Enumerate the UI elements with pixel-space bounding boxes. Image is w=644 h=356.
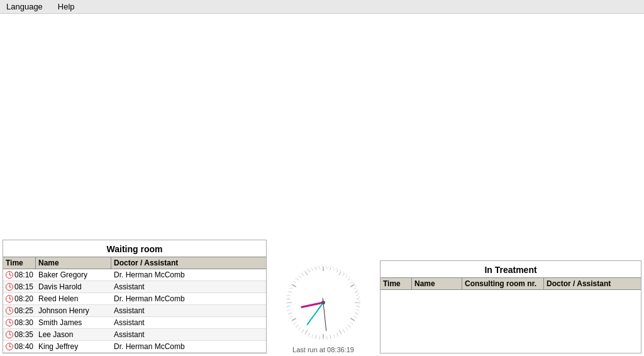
cell-time: 08:30 bbox=[3, 317, 36, 328]
cell-doc: Assistant bbox=[111, 281, 266, 292]
svg-line-25 bbox=[343, 330, 344, 331]
col-header-name: Name bbox=[36, 257, 111, 269]
clock-icon bbox=[6, 283, 13, 291]
clock-area: Last run at 08:36:19 bbox=[273, 262, 374, 356]
cell-name: Johnson Henry bbox=[36, 305, 111, 316]
table-row[interactable]: 08:25 Johnson Henry Assistant bbox=[3, 305, 266, 317]
table-row[interactable]: 08:10 Baker Gregory Dr. Herman McComb bbox=[3, 269, 266, 281]
svg-line-44 bbox=[288, 309, 291, 310]
svg-line-21 bbox=[350, 318, 354, 321]
svg-line-38 bbox=[299, 327, 301, 329]
cell-time: 08:25 bbox=[3, 305, 36, 316]
table-row[interactable]: 08:20 Reed Helen Dr. Herman McComb bbox=[3, 293, 266, 305]
svg-line-35 bbox=[309, 333, 310, 335]
cell-name: Davis Harold bbox=[36, 281, 111, 292]
svg-line-55 bbox=[302, 274, 303, 275]
cell-name: Smith James bbox=[36, 317, 111, 328]
svg-line-10 bbox=[350, 281, 352, 282]
cell-name: Lee Jason bbox=[36, 329, 111, 340]
svg-point-64 bbox=[321, 301, 325, 304]
svg-line-34 bbox=[312, 334, 313, 337]
clock-icon bbox=[6, 343, 13, 350]
svg-line-49 bbox=[289, 291, 292, 292]
clock-icon bbox=[6, 331, 13, 338]
cell-doc: Dr. Herman McComb bbox=[111, 269, 266, 281]
svg-line-39 bbox=[297, 325, 299, 326]
svg-line-26 bbox=[339, 330, 341, 333]
bottom-panels: Waiting room Time Name Doctor / Assistan… bbox=[0, 240, 644, 356]
svg-line-18 bbox=[356, 309, 358, 310]
svg-line-42 bbox=[291, 316, 293, 318]
waiting-room-title: Waiting room bbox=[3, 240, 266, 257]
svg-line-37 bbox=[302, 330, 303, 331]
col-header-time: Time bbox=[3, 257, 36, 269]
cell-doc: Dr. Herman McComb bbox=[111, 293, 266, 304]
treat-col-header-room: Consulting room nr. bbox=[462, 278, 544, 289]
svg-line-41 bbox=[292, 318, 296, 321]
svg-line-3 bbox=[330, 267, 331, 270]
svg-line-43 bbox=[289, 313, 292, 313]
svg-line-7 bbox=[343, 274, 344, 275]
in-treatment-body bbox=[380, 290, 641, 353]
svg-line-23 bbox=[348, 325, 350, 326]
svg-line-6 bbox=[339, 272, 341, 275]
time-value: 08:20 bbox=[14, 294, 33, 303]
treat-col-header-name: Name bbox=[412, 278, 462, 289]
svg-line-24 bbox=[345, 327, 347, 329]
svg-line-19 bbox=[355, 313, 357, 313]
cell-doc: Assistant bbox=[111, 305, 266, 316]
svg-line-51 bbox=[292, 285, 296, 287]
time-value: 08:15 bbox=[14, 282, 33, 291]
svg-line-54 bbox=[299, 276, 301, 278]
cell-name: King Jeffrey bbox=[36, 341, 111, 352]
cell-name: Reed Helen bbox=[36, 293, 111, 304]
in-treatment-panel: In Treatment Time Name Consulting room n… bbox=[380, 260, 641, 353]
svg-line-9 bbox=[348, 279, 350, 281]
treat-col-header-time: Time bbox=[380, 278, 412, 289]
svg-line-8 bbox=[345, 276, 347, 278]
cell-time: 08:40 bbox=[3, 341, 36, 352]
menu-language[interactable]: Language bbox=[4, 1, 45, 13]
table-row[interactable]: 08:35 Lee Jason Assistant bbox=[3, 329, 266, 341]
table-row[interactable]: 08:30 Smith James Assistant bbox=[3, 317, 266, 329]
svg-line-56 bbox=[306, 272, 308, 275]
clock-icon bbox=[6, 307, 13, 314]
clock-last-run: Last run at 08:36:19 bbox=[292, 346, 354, 353]
cell-doc: Assistant bbox=[111, 317, 266, 328]
menu-help[interactable]: Help bbox=[55, 1, 77, 13]
svg-line-13 bbox=[355, 291, 357, 292]
svg-line-52 bbox=[294, 281, 296, 282]
analog-clock bbox=[282, 262, 364, 343]
main-content: Waiting room Time Name Doctor / Assistan… bbox=[0, 14, 644, 356]
clock-icon bbox=[6, 319, 13, 326]
cell-name: Baker Gregory bbox=[36, 269, 111, 281]
waiting-room-panel: Waiting room Time Name Doctor / Assistan… bbox=[3, 240, 267, 353]
time-value: 08:10 bbox=[14, 270, 33, 279]
svg-line-57 bbox=[309, 270, 310, 272]
svg-line-50 bbox=[291, 288, 293, 289]
cell-time: 08:15 bbox=[3, 281, 36, 292]
time-value: 08:30 bbox=[14, 318, 33, 327]
waiting-room-body: 08:10 Baker Gregory Dr. Herman McComb 08… bbox=[3, 269, 266, 353]
svg-line-12 bbox=[353, 288, 356, 289]
waiting-room-header: Time Name Doctor / Assistant bbox=[3, 257, 266, 269]
cell-time: 08:35 bbox=[3, 329, 36, 340]
time-value: 08:40 bbox=[14, 342, 33, 351]
svg-line-20 bbox=[353, 316, 356, 318]
table-row[interactable]: 08:40 King Jeffrey Dr. Herman McComb bbox=[3, 341, 266, 353]
svg-line-5 bbox=[337, 270, 338, 272]
clock-icon bbox=[6, 295, 13, 303]
svg-line-14 bbox=[356, 295, 358, 296]
svg-line-4 bbox=[333, 269, 334, 271]
svg-line-11 bbox=[350, 285, 354, 287]
svg-line-33 bbox=[316, 335, 316, 338]
svg-line-40 bbox=[294, 322, 296, 323]
svg-line-28 bbox=[333, 334, 334, 337]
in-treatment-title: In Treatment bbox=[380, 261, 641, 277]
menubar: Language Help bbox=[0, 0, 644, 14]
svg-line-36 bbox=[306, 330, 308, 333]
svg-line-22 bbox=[350, 322, 352, 323]
table-row[interactable]: 08:15 Davis Harold Assistant bbox=[3, 281, 266, 293]
svg-line-48 bbox=[288, 295, 291, 296]
svg-line-29 bbox=[330, 335, 331, 338]
